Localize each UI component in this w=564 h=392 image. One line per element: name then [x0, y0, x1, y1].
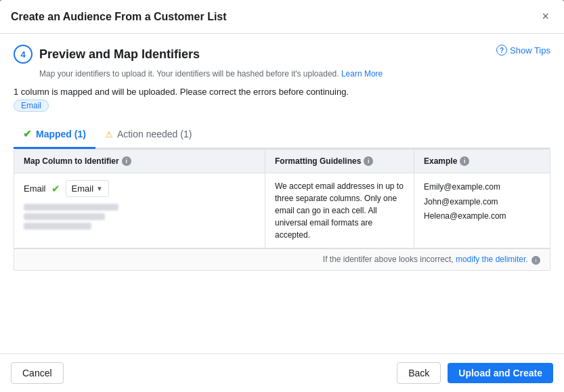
learn-more-link[interactable]: Learn More — [341, 69, 383, 79]
td-example: Emily@example.com John@example.com Helen… — [414, 173, 550, 248]
td-map: Email ✔ Email ▼ — [14, 173, 265, 248]
modal-body: 4 Preview and Map Identifiers ? Show Tip… — [0, 34, 564, 353]
example-email-3: Helena@example.com — [424, 209, 506, 224]
dropdown-arrow-icon: ▼ — [96, 185, 103, 192]
step-subtitle: Map your identifiers to upload it. Your … — [39, 69, 550, 79]
blurred-preview — [24, 204, 118, 230]
tabs-container: ✔ Mapped (1) ⚠ Action needed (1) — [14, 123, 550, 149]
blur-line-1 — [24, 204, 118, 211]
tab-action-needed-label: Action needed (1) — [117, 129, 192, 139]
close-button[interactable]: × — [538, 8, 553, 25]
mapped-check-icon: ✔ — [51, 183, 60, 195]
info-bar: 1 column is mapped and will be uploaded.… — [14, 87, 550, 112]
modal-header: Create an Audience From a Customer List … — [0, 0, 564, 34]
email-tag: Email — [14, 100, 49, 112]
table-header: Map Column to Identifier i Formatting Gu… — [14, 150, 550, 173]
column-name-label: Email — [24, 183, 46, 194]
blur-line-2 — [24, 213, 105, 220]
td-formatting: We accept email addresses in up to three… — [265, 173, 414, 248]
table-row: Email ✔ Email ▼ — [14, 173, 550, 248]
modal-dialog: Create an Audience From a Customer List … — [0, 0, 564, 392]
show-tips-label: Show Tips — [510, 45, 550, 56]
check-circle-icon: ✔ — [23, 128, 32, 140]
step-number: 4 — [14, 45, 32, 64]
col-header-map: Map Column to Identifier i — [14, 150, 265, 173]
tab-action-needed[interactable]: ⚠ Action needed (1) — [95, 123, 202, 149]
footer-right-buttons: Back Upload and Create — [397, 362, 553, 384]
info-icon-delimiter[interactable]: i — [532, 256, 540, 265]
identifier-dropdown[interactable]: Email ▼ — [66, 180, 109, 197]
modify-delimiter-link[interactable]: modify the delimiter. — [456, 255, 528, 264]
example-email-1: Emily@example.com — [424, 180, 506, 195]
cancel-button[interactable]: Cancel — [11, 362, 64, 384]
show-tips-button[interactable]: ? Show Tips — [496, 45, 550, 56]
col-map-top: Email ✔ Email ▼ — [24, 180, 109, 197]
tab-mapped[interactable]: ✔ Mapped (1) — [14, 123, 95, 149]
tab-mapped-label: Mapped (1) — [36, 129, 86, 139]
delimiter-hint: If the identifer above looks incorrect, … — [14, 248, 550, 270]
formatting-text: We accept email addresses in up to three… — [275, 180, 404, 241]
step-title: Preview and Map Identifiers — [39, 47, 200, 62]
info-icon-format[interactable]: i — [364, 156, 373, 166]
info-icon-map[interactable]: i — [122, 156, 131, 166]
col-header-format: Formatting Guidelines i — [265, 150, 414, 173]
step-header: 4 Preview and Map Identifiers ? Show Tip… — [14, 45, 550, 64]
col-header-example: Example i — [414, 150, 550, 173]
modal-title: Create an Audience From a Customer List — [11, 11, 227, 23]
example-emails: Emily@example.com John@example.com Helen… — [424, 180, 506, 224]
dropdown-value: Email — [72, 183, 94, 194]
blur-line-3 — [24, 223, 91, 230]
step-title-row: 4 Preview and Map Identifiers — [14, 45, 200, 64]
modal-footer: Cancel Back Upload and Create — [0, 353, 564, 392]
warning-icon: ⚠ — [105, 129, 113, 139]
back-button[interactable]: Back — [397, 362, 441, 384]
tips-icon: ? — [496, 45, 507, 56]
upload-create-button[interactable]: Upload and Create — [448, 363, 553, 383]
example-email-2: John@example.com — [424, 195, 506, 210]
identifiers-table: Map Column to Identifier i Formatting Gu… — [14, 149, 550, 271]
info-icon-example[interactable]: i — [460, 156, 469, 166]
